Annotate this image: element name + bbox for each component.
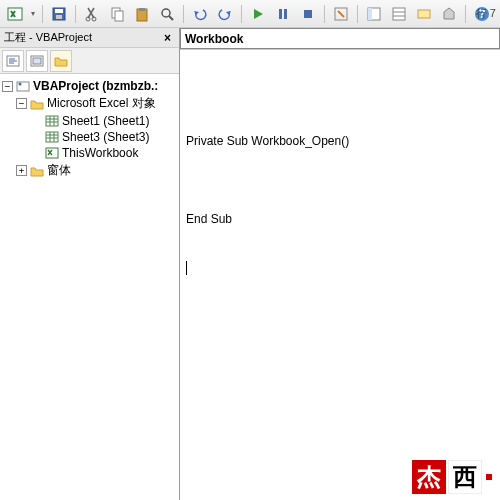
- svg-point-31: [19, 83, 22, 86]
- view-code-icon[interactable]: [2, 50, 24, 72]
- code-cursor-line: [186, 258, 494, 276]
- tree-item-sheet3[interactable]: Sheet3 (Sheet3): [2, 129, 177, 145]
- toggle-folders-icon[interactable]: [50, 50, 72, 72]
- svg-rect-43: [486, 474, 492, 480]
- save-icon[interactable]: [48, 3, 70, 25]
- svg-rect-21: [418, 10, 430, 18]
- view-object-icon[interactable]: [26, 50, 48, 72]
- stop-icon[interactable]: [297, 3, 319, 25]
- cut-icon[interactable]: [81, 3, 103, 25]
- code-line: Private Sub Workbook_Open(): [186, 132, 494, 150]
- folder-open-icon: [29, 97, 45, 111]
- watermark-dot-icon: [484, 472, 494, 482]
- svg-rect-9: [139, 8, 145, 11]
- separator: [324, 5, 325, 23]
- separator: [42, 5, 43, 23]
- svg-rect-12: [279, 9, 282, 19]
- toolbox-icon[interactable]: [438, 3, 460, 25]
- workbook-icon: [44, 146, 60, 160]
- worksheet-icon: [44, 114, 60, 128]
- combo-value: Workbook: [185, 32, 243, 46]
- svg-rect-7: [115, 11, 123, 21]
- watermark: 杰 西: [412, 460, 494, 494]
- svg-rect-14: [304, 10, 312, 18]
- run-icon[interactable]: [247, 3, 269, 25]
- svg-line-11: [169, 16, 173, 20]
- svg-rect-13: [284, 9, 287, 19]
- undo-icon[interactable]: [189, 3, 211, 25]
- excel-icon[interactable]: [4, 3, 26, 25]
- code-header: Workbook: [180, 28, 500, 50]
- project-explorer-icon[interactable]: [363, 3, 385, 25]
- separator: [75, 5, 76, 23]
- watermark-char-1: 杰: [412, 460, 446, 494]
- svg-rect-42: [46, 148, 58, 158]
- main-toolbar: ▾ ?: [0, 0, 500, 28]
- separator: [357, 5, 358, 23]
- tree-label: 窗体: [47, 162, 71, 179]
- svg-rect-32: [46, 116, 58, 126]
- code-panel: Workbook Private Sub Workbook_Open() End…: [180, 28, 500, 500]
- project-tree: − VBAProject (bzmbzb.: − Microsoft Excel…: [0, 74, 179, 500]
- project-panel-toolbar: [0, 48, 179, 74]
- watermark-char-2: 西: [448, 460, 482, 494]
- copy-icon[interactable]: [106, 3, 128, 25]
- svg-rect-0: [8, 8, 22, 20]
- svg-rect-2: [55, 9, 63, 13]
- collapse-icon[interactable]: −: [2, 81, 13, 92]
- object-combo[interactable]: Workbook: [180, 28, 500, 49]
- tree-root-vbaproject[interactable]: − VBAProject (bzmbzb.:: [2, 78, 177, 94]
- design-mode-icon[interactable]: [330, 3, 352, 25]
- tree-label: Sheet1 (Sheet1): [62, 114, 149, 128]
- tree-label: VBAProject (bzmbzb.:: [33, 79, 158, 93]
- tree-label: ThisWorkbook: [62, 146, 138, 160]
- svg-rect-29: [33, 58, 41, 64]
- tree-folder-excel-objects[interactable]: − Microsoft Excel 对象: [2, 94, 177, 113]
- code-line: End Sub: [186, 210, 494, 228]
- svg-point-10: [162, 9, 170, 17]
- svg-rect-3: [56, 15, 62, 19]
- project-explorer-panel: 工程 - VBAProject × − VBAProject (bzmbzb.:…: [0, 28, 180, 500]
- tree-item-thisworkbook[interactable]: ThisWorkbook: [2, 145, 177, 161]
- code-editor[interactable]: Private Sub Workbook_Open() End Sub: [180, 50, 500, 500]
- separator: [465, 5, 466, 23]
- collapse-icon[interactable]: −: [16, 98, 27, 109]
- separator: [241, 5, 242, 23]
- tree-label: Microsoft Excel 对象: [47, 95, 156, 112]
- tree-label: Sheet3 (Sheet3): [62, 130, 149, 144]
- close-icon[interactable]: ×: [160, 31, 175, 45]
- separator: [183, 5, 184, 23]
- panel-titlebar: 工程 - VBAProject ×: [0, 28, 179, 48]
- folder-icon: [29, 164, 45, 178]
- main-area: 工程 - VBAProject × − VBAProject (bzmbzb.:…: [0, 28, 500, 500]
- paste-icon[interactable]: [131, 3, 153, 25]
- properties-icon[interactable]: [388, 3, 410, 25]
- svg-rect-17: [368, 8, 372, 20]
- find-icon[interactable]: [156, 3, 178, 25]
- redo-icon[interactable]: [214, 3, 236, 25]
- dropdown-arrow-icon[interactable]: ▾: [29, 9, 37, 18]
- tree-item-sheet1[interactable]: Sheet1 (Sheet1): [2, 113, 177, 129]
- svg-rect-18: [393, 8, 405, 20]
- object-browser-icon[interactable]: [413, 3, 435, 25]
- status-line-indicator: 行 7: [476, 6, 496, 21]
- pause-icon[interactable]: [272, 3, 294, 25]
- svg-rect-37: [46, 132, 58, 142]
- panel-title-text: 工程 - VBAProject: [4, 30, 92, 45]
- tree-folder-forms[interactable]: + 窗体: [2, 161, 177, 180]
- worksheet-icon: [44, 130, 60, 144]
- expand-icon[interactable]: +: [16, 165, 27, 176]
- vbaproject-icon: [15, 79, 31, 93]
